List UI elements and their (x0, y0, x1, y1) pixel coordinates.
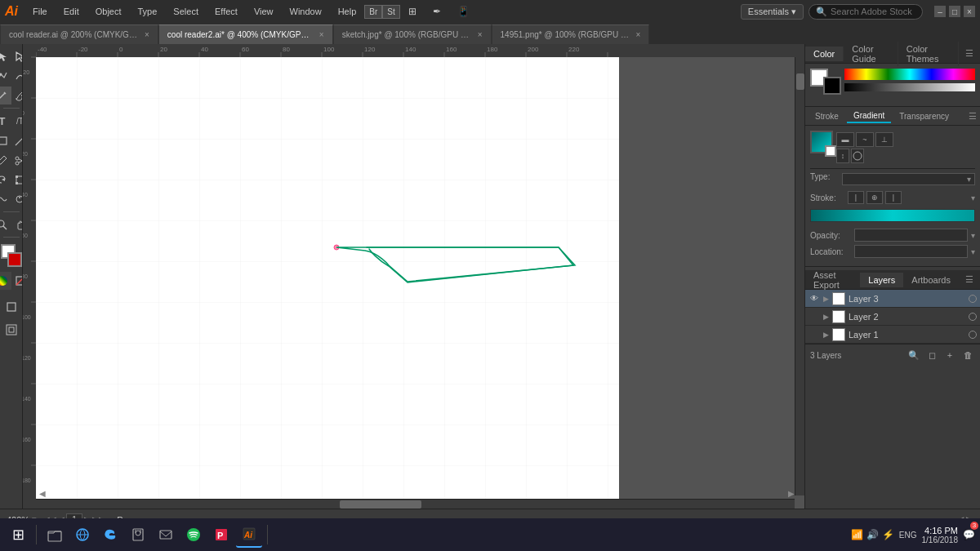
tab-asset-export[interactable]: Asset Export (805, 268, 860, 292)
tab-cool-reader2[interactable]: cool reader2.ai* @ 400% (CMYK/GPU Previe… (158, 24, 333, 44)
direct-selection-tool[interactable] (11, 47, 24, 65)
color-spectrum[interactable] (844, 69, 975, 80)
fill-stroke-indicator[interactable] (810, 69, 841, 95)
gradient-fill-box[interactable] (810, 131, 833, 153)
essentials-button[interactable]: Essentials ▾ (741, 4, 804, 20)
pen-tool[interactable] (0, 67, 11, 85)
ime-language[interactable]: ENG (899, 531, 917, 540)
type-tool[interactable]: T (0, 112, 11, 130)
stroke-center-btn[interactable]: ⊕ (866, 191, 883, 204)
tab-close-3[interactable]: × (636, 30, 641, 39)
maximize-button[interactable]: □ (949, 6, 960, 17)
layer-2-visibility-icon[interactable] (808, 311, 820, 322)
close-button[interactable]: × (964, 6, 975, 17)
grid-icon[interactable]: ⊞ (400, 2, 425, 20)
gradient-bar[interactable] (810, 209, 975, 222)
fill-stroke-swatches[interactable] (1, 244, 22, 267)
tab-close-0[interactable]: × (145, 30, 149, 39)
taskbar-browser[interactable] (69, 522, 96, 548)
layer-2-expand-icon[interactable]: ▶ (823, 313, 829, 321)
minimize-button[interactable]: – (934, 6, 946, 17)
tab-close-1[interactable]: × (319, 30, 324, 39)
menu-type[interactable]: Type (130, 3, 166, 20)
bridge-icon[interactable]: Br (364, 5, 382, 19)
make-clipping-mask-icon[interactable]: ◻ (924, 348, 939, 362)
scroll-left-icon[interactable]: ◀ (39, 489, 46, 498)
menu-window[interactable]: Window (282, 3, 330, 20)
taskbar-file-explorer[interactable] (42, 522, 68, 548)
puppet-warp-tool[interactable] (11, 190, 24, 208)
screen-mode-tool[interactable] (2, 321, 20, 339)
layer-item-1[interactable]: ▶ Layer 1 (805, 326, 980, 344)
locate-object-icon[interactable]: 🔍 (906, 348, 921, 362)
layer-3-target-icon[interactable] (969, 295, 977, 303)
pen-path-icon[interactable]: ✒ (425, 2, 449, 20)
color-icon[interactable] (0, 272, 11, 290)
layer-item-2[interactable]: ▶ Layer 2 (805, 308, 980, 326)
tab-transparency[interactable]: Transparency (893, 110, 956, 122)
tab-cool-reader[interactable]: cool reader.ai @ 200% (CMYK/GPU P... × (0, 24, 158, 44)
layer-3-visibility-icon[interactable]: 👁 (808, 293, 820, 304)
stroke-icon-5[interactable] (851, 149, 864, 163)
warp-tool[interactable] (0, 190, 11, 208)
menu-select[interactable]: Select (165, 3, 207, 20)
delete-layer-icon[interactable]: 🗑 (960, 348, 975, 362)
tab-close-2[interactable]: × (478, 30, 483, 39)
draw-normal-mode[interactable] (2, 298, 20, 316)
tab-color[interactable]: Color (805, 47, 844, 61)
eyedropper-tool[interactable] (0, 151, 11, 169)
tab-color-themes[interactable]: Color Themes (898, 42, 959, 66)
stroke-outside-btn[interactable]: | (885, 191, 902, 204)
blob-brush-tool[interactable] (11, 87, 24, 104)
notification-icon[interactable]: 💬 (963, 529, 975, 540)
curvature-tool[interactable] (11, 67, 24, 85)
location-slider[interactable] (854, 245, 968, 258)
layer-1-visibility-icon[interactable] (808, 329, 820, 340)
layer-1-expand-icon[interactable]: ▶ (823, 331, 829, 339)
stock-icon[interactable]: St (382, 5, 399, 19)
start-button[interactable]: ⊞ (5, 522, 31, 548)
tab-artboards[interactable]: Artboards (903, 273, 959, 287)
color-panel-menu[interactable]: ☰ (959, 46, 980, 61)
stroke-across-path-btn[interactable]: ⊥ (875, 132, 893, 147)
tab-sketch[interactable]: sketch.jpg* @ 100% (RGB/GPU Previe... × (333, 24, 492, 44)
menu-object[interactable]: Object (87, 3, 130, 20)
new-layer-icon[interactable]: + (942, 348, 957, 362)
gradient-panel-menu[interactable]: ☰ (969, 111, 977, 122)
stroke-along-path-btn[interactable]: ~ (856, 132, 874, 147)
tab-gradient[interactable]: Gradient (847, 109, 891, 123)
selection-tool[interactable] (0, 47, 11, 65)
stroke-inside-btn[interactable]: | (848, 191, 864, 204)
zoom-tool[interactable] (0, 216, 11, 233)
rotate-tool[interactable] (0, 171, 11, 189)
stroke-icon-4[interactable]: ↕ (836, 149, 849, 163)
tab-stroke[interactable]: Stroke (808, 110, 845, 122)
taskbar-edge[interactable] (97, 522, 123, 548)
layer-item-3[interactable]: 👁 ▶ Layer 3 (805, 290, 980, 308)
free-transform-tool[interactable] (11, 171, 24, 189)
menu-effect[interactable]: Effect (207, 3, 246, 20)
layer-1-target-icon[interactable] (969, 331, 977, 339)
tab-layers[interactable]: Layers (860, 273, 903, 287)
menu-edit[interactable]: Edit (56, 3, 87, 20)
vertical-scrollbar[interactable] (795, 57, 804, 495)
search-stock-input[interactable]: 🔍 (808, 4, 923, 20)
taskbar-mail[interactable]: 3 (153, 522, 179, 548)
touch-type-tool[interactable]: /T (11, 112, 24, 130)
scissors-tool[interactable] (11, 151, 24, 169)
hand-tool[interactable] (11, 216, 24, 233)
taskbar-powerpoint[interactable]: P (208, 522, 234, 548)
rectangle-tool[interactable] (0, 131, 11, 149)
line-segment-tool[interactable] (11, 131, 24, 149)
taskbar-store[interactable] (125, 522, 151, 548)
layers-panel-menu[interactable]: ☰ (959, 272, 980, 287)
tab-color-guide[interactable]: Color Guide (844, 42, 898, 66)
menu-view[interactable]: View (246, 3, 282, 20)
type-select[interactable]: ▾ (842, 173, 975, 185)
taskbar-spotify[interactable] (180, 522, 207, 548)
stroke-none-btn[interactable]: ▬ (836, 132, 854, 147)
scroll-right-icon[interactable]: ▶ (788, 489, 795, 498)
menu-help[interactable]: Help (330, 3, 365, 20)
device-icon[interactable]: 📱 (449, 2, 478, 20)
opacity-slider[interactable] (854, 229, 968, 242)
